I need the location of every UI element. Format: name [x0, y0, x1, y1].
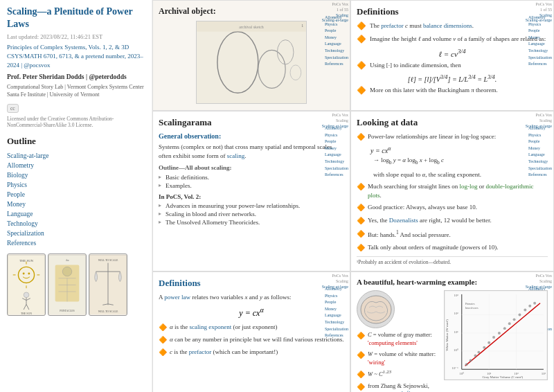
svg-point-9	[24, 292, 29, 298]
outline-item-money[interactable]: Money	[7, 199, 145, 208]
outline-link-technology[interactable]: Technology	[7, 220, 38, 227]
general-obs-text: Systems (complex or not) that cross many…	[159, 143, 344, 160]
svg-point-64	[498, 332, 501, 335]
d2-nav-technology: Technology	[325, 319, 348, 326]
outline-link-scaling-at-large[interactable]: Scaling-at-large	[7, 152, 49, 159]
outline-link-references[interactable]: References	[7, 240, 36, 247]
outline-item-references[interactable]: References	[7, 238, 145, 247]
prefactor-link2[interactable]: prefactor	[189, 348, 211, 355]
looking-text-6: Yes, the Dozenalists are right, 12 would…	[368, 216, 492, 225]
outline-item-language[interactable]: Language	[7, 209, 145, 217]
last-updated: Last updated: 2023/08/22, 11:46:21 EST	[7, 33, 145, 40]
def-text-1: The prefactor c must balance dimensions.	[370, 21, 474, 30]
outline-item-people[interactable]: People	[7, 190, 145, 198]
def2-bullet-1: 🔶	[159, 323, 167, 332]
svg-text:Gray Matter Volume (C mm³): Gray Matter Volume (C mm³)	[483, 375, 524, 379]
look-mini-scaling: Scaling	[526, 118, 552, 124]
scaling-link[interactable]: scaling	[227, 152, 245, 159]
nav-money: Money	[325, 35, 348, 42]
outline-all-scaling: Outline—All about scaling:	[159, 164, 344, 171]
outline-item-allometry[interactable]: Allometry	[7, 161, 145, 169]
looking-item-5: 🔶 Good practice: Always, always use base…	[357, 203, 548, 213]
svg-point-70	[528, 305, 531, 308]
def-item-2: 🔶 Imagine the height ℓ and volume v of a…	[357, 35, 548, 44]
def-mini-num: 1 of 55	[526, 8, 552, 13]
panel-side-nav-looking: Allometry Physics People Money Language …	[528, 125, 552, 179]
svg-text:WILL TO SCALE: WILL TO SCALE	[98, 258, 118, 261]
def-item-1: 🔶 The prefactor c must balance dimension…	[357, 21, 548, 30]
looking-text-3: with slope equal to α, the scaling expon…	[359, 170, 481, 179]
outline-link-money[interactable]: Money	[7, 201, 26, 208]
looking-bullet-7: 🔶	[357, 229, 365, 239]
title-section: Scaling—a Plenitude of Power Laws Last u…	[7, 6, 145, 129]
prefactor-link[interactable]: prefactor	[381, 22, 403, 29]
outline-link-allometry[interactable]: Allometry	[7, 162, 34, 169]
svg-text:PENTACLES: PENTACLES	[60, 310, 74, 312]
svg-point-57	[465, 363, 468, 366]
outline-link-language[interactable]: Language	[7, 211, 33, 217]
balance-link[interactable]: balance dimensions	[423, 22, 472, 29]
looking-footnote: ¹Probably an accident of evolution—debat…	[357, 256, 548, 265]
svg-text:1: 1	[301, 24, 303, 28]
looking-text-1: Power-law relationships are linear in lo…	[368, 132, 496, 141]
outline-item-scaling-at-large[interactable]: Scaling-at-large	[7, 151, 145, 159]
heart-bullet-3: 🔶	[357, 370, 365, 380]
def-text-3: Using [·] to indicate dimension, then	[370, 61, 461, 70]
math-formula-1: ℓ = cv3/4	[357, 48, 548, 58]
looking-bullet-5: 🔶	[357, 203, 365, 213]
svg-text:10⁰: 10⁰	[459, 372, 464, 375]
looking-item-8: 🔶 Talk only about orders of magnitude (p…	[357, 243, 548, 253]
svg-text:Primates: Primates	[465, 302, 475, 305]
nav-physics: Physics	[325, 21, 348, 28]
look-nav-people: People	[528, 139, 552, 145]
def-item-4: 🔶 More on this later with the Buckingham…	[357, 86, 548, 95]
heart-bullet-1: 🔶	[357, 331, 365, 348]
log-log-link[interactable]: log-log	[459, 183, 477, 190]
def-bullet-3: 🔶	[357, 61, 366, 70]
outline-link-biology[interactable]: Biology	[7, 172, 28, 179]
dozenalists-link[interactable]: Dozenalists	[389, 217, 418, 224]
outline-link-specialization[interactable]: Specialization	[7, 230, 44, 237]
outline-item-technology[interactable]: Technology	[7, 219, 145, 227]
h-mini-pocsvox: PoCs Vox	[526, 274, 552, 279]
institution-info: Computational Story Lab | Vermont Comple…	[7, 83, 145, 98]
outline-item-biology[interactable]: Biology	[7, 170, 145, 179]
heart-text-4: from Zhang & Sejnowski, PNAS (2000) [ref…	[368, 382, 440, 392]
heart-text-2: W = volume of white matter: 'wiring'	[368, 350, 440, 367]
pace-items-list: Advances in measuring your power-law rel…	[159, 202, 344, 226]
looking-bullet-8: 🔶	[357, 243, 365, 253]
heart-items-list: 🔶 C = volume of gray matter: 'computing …	[357, 331, 440, 392]
nav-people: People	[325, 28, 348, 35]
panel-side-nav-def2: Allometry Physics People Money Language …	[325, 286, 348, 339]
outline-item-specialization[interactable]: Specialization	[7, 229, 145, 237]
looking-items-list: 🔶 Power-law relationships are linear in …	[357, 132, 548, 142]
heart-item-citation: 🔶 from Zhang & Sejnowski, PNAS (2000) [r…	[357, 382, 440, 392]
looking-bullet-4: 🔶	[357, 182, 365, 192]
heart-bullet-2: 🔶	[357, 350, 365, 367]
svg-point-62	[488, 341, 490, 344]
d2-nav-language: Language	[325, 312, 348, 319]
svg-point-71	[533, 302, 536, 305]
svg-text:10¹: 10¹	[454, 330, 458, 334]
looking-bullet-6: 🔶	[357, 216, 365, 226]
d2-nav-people: People	[325, 299, 348, 306]
heart-item-w: 🔶 W = volume of white matter: 'wiring'	[357, 350, 440, 367]
nav-technology: Technology	[325, 48, 348, 55]
archival-image: archival sketch 1	[196, 21, 307, 104]
looking-text-7: But: hands.1 And social pressure.	[368, 229, 451, 240]
outline-link-physics[interactable]: Physics	[7, 181, 27, 188]
heart-content: 🔶 C = volume of gray matter: 'computing …	[357, 290, 548, 392]
svg-point-67	[513, 318, 516, 321]
def-bullet-1: 🔶	[357, 21, 366, 30]
def-item-3: 🔶 Using [·] to indicate dimension, then	[357, 61, 548, 70]
outline-link-people[interactable]: People	[7, 191, 25, 198]
scaling-exponent-link[interactable]: scaling exponent	[189, 323, 231, 330]
tarot-card-1: THE SUN	[7, 253, 46, 316]
outline-item-physics[interactable]: Physics	[7, 180, 145, 188]
left-sidebar: Scaling—a Plenitude of Power Laws Last u…	[0, 0, 152, 392]
power-law-link[interactable]: power law	[164, 294, 190, 301]
d2-nav-specialization: Specialization	[325, 326, 348, 333]
definitions2-heading: Definitions	[159, 278, 344, 289]
double-log-link[interactable]: double-logarithmic plots	[368, 183, 533, 199]
look-nav-technology: Technology	[528, 159, 552, 166]
